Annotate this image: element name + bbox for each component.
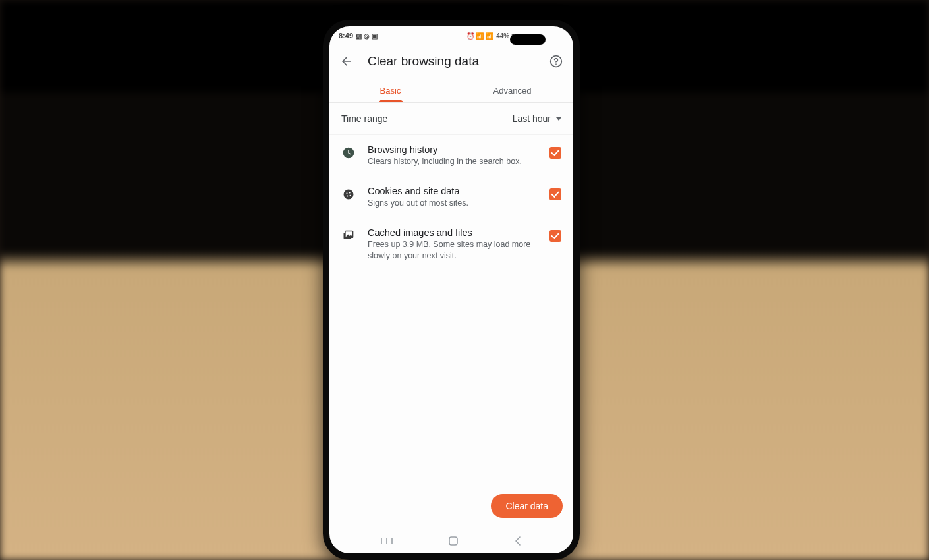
help-icon (549, 55, 563, 68)
back-button[interactable] (339, 53, 354, 69)
tab-basic[interactable]: Basic (329, 78, 451, 102)
phone-screen: 8:49 ▧ ◎ ▣ ⏰ 📶 📶 44% ▮ Clear browsing da… (329, 26, 573, 553)
svg-point-5 (347, 192, 348, 194)
recents-icon (380, 536, 393, 546)
android-nav-bar (329, 528, 573, 553)
image-icon (341, 229, 356, 243)
svg-rect-14 (449, 537, 457, 545)
tabs: Basic Advanced (329, 78, 573, 103)
time-range-value: Last hour (513, 113, 561, 124)
chevron-down-icon (556, 117, 561, 121)
option-text: Cookies and site data Signs you out of m… (368, 186, 538, 209)
status-left-icons: ▧ ◎ ▣ (356, 32, 378, 40)
svg-point-7 (347, 195, 348, 196)
home-icon (447, 535, 459, 547)
option-sub: Frees up 3.9 MB. Some sites may load mor… (368, 239, 538, 262)
svg-point-4 (344, 189, 354, 199)
option-sub: Clears history, including in the search … (368, 156, 538, 167)
checkbox-browsing-history[interactable] (549, 147, 561, 159)
option-browsing-history[interactable]: Browsing history Clears history, includi… (329, 135, 573, 177)
footer: Clear data (329, 485, 573, 528)
option-sub: Signs you out of most sites. (368, 198, 538, 209)
status-right-icons: ⏰ 📶 📶 (466, 32, 494, 40)
nav-recents[interactable] (380, 536, 393, 546)
option-title: Browsing history (368, 144, 538, 155)
svg-point-8 (350, 195, 351, 196)
options-list: Browsing history Clears history, includi… (329, 135, 573, 485)
time-range-row[interactable]: Time range Last hour (329, 103, 573, 135)
page-title: Clear browsing data (368, 54, 535, 69)
nav-back[interactable] (513, 536, 522, 546)
status-left: 8:49 ▧ ◎ ▣ (339, 32, 378, 40)
phone-frame: 8:49 ▧ ◎ ▣ ⏰ 📶 📶 44% ▮ Clear browsing da… (323, 20, 580, 560)
svg-point-6 (349, 192, 351, 193)
tab-advanced[interactable]: Advanced (451, 78, 573, 102)
help-button[interactable] (548, 53, 564, 69)
cookie-icon (341, 187, 356, 202)
option-text: Cached images and files Frees up 3.9 MB.… (368, 227, 538, 262)
time-range-text: Last hour (513, 113, 551, 124)
status-right: ⏰ 📶 📶 44% ▮ (466, 32, 515, 40)
option-title: Cookies and site data (368, 186, 538, 196)
time-range-label: Time range (341, 113, 387, 124)
camera-cutout (510, 34, 546, 45)
option-cookies[interactable]: Cookies and site data Signs you out of m… (329, 177, 573, 218)
clear-data-button[interactable]: Clear data (491, 494, 563, 518)
app-bar: Clear browsing data (329, 45, 573, 78)
nav-home[interactable] (447, 535, 459, 547)
checkbox-cookies[interactable] (549, 188, 561, 200)
clock-icon (341, 146, 356, 160)
option-title: Cached images and files (368, 227, 538, 238)
status-time: 8:49 (339, 32, 353, 40)
checkbox-cached[interactable] (549, 230, 561, 242)
option-text: Browsing history Clears history, includi… (368, 144, 538, 167)
arrow-left-icon (340, 55, 353, 68)
nav-back-icon (513, 536, 522, 546)
option-cached[interactable]: Cached images and files Frees up 3.9 MB.… (329, 218, 573, 271)
